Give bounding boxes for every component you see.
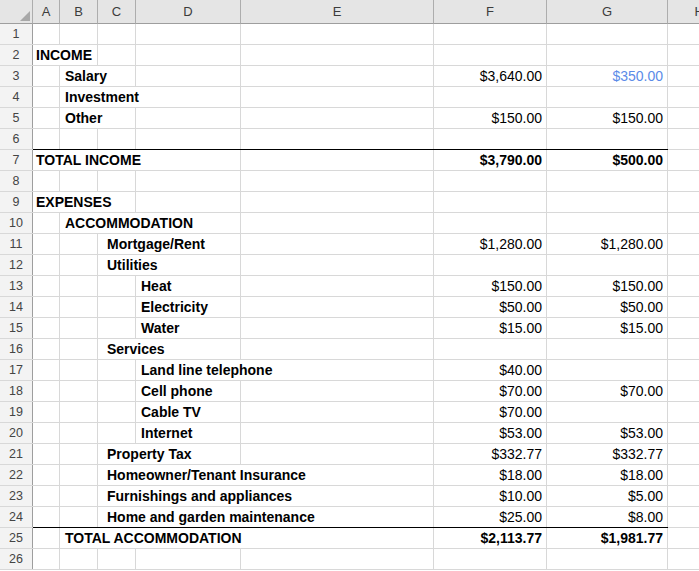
row-header-11[interactable]: 11 [0, 234, 33, 254]
cell-A25[interactable] [33, 528, 60, 548]
cell-F20[interactable]: $53.00 [434, 423, 547, 443]
cell-D5[interactable] [136, 108, 241, 128]
cell-F2[interactable] [434, 45, 547, 65]
cell-H25[interactable] [668, 528, 699, 548]
cell-B8[interactable] [60, 171, 98, 191]
cell-D2[interactable] [136, 45, 241, 65]
cell-F23[interactable]: $10.00 [434, 486, 547, 506]
row-header-6[interactable]: 6 [0, 129, 33, 149]
cell-H20[interactable] [668, 423, 699, 443]
cell-H22[interactable] [668, 465, 699, 485]
row-header-2[interactable]: 2 [0, 45, 33, 65]
cell-B22[interactable] [60, 465, 98, 485]
cell-B25[interactable]: TOTAL ACCOMMODATION [60, 528, 98, 548]
cell-H23[interactable] [668, 486, 699, 506]
cell-B14[interactable] [60, 297, 98, 317]
cell-C15[interactable] [98, 318, 136, 338]
cell-C12[interactable]: Utilities [98, 255, 136, 275]
cell-A17[interactable] [33, 360, 60, 380]
cell-D3[interactable] [136, 66, 241, 86]
cell-E16[interactable] [241, 339, 434, 359]
cell-F15[interactable]: $15.00 [434, 318, 547, 338]
cell-H11[interactable] [668, 234, 699, 254]
cell-B24[interactable] [60, 507, 98, 527]
cell-G18[interactable]: $70.00 [547, 381, 668, 401]
cell-H3[interactable] [668, 66, 699, 86]
cell-F26[interactable] [434, 549, 547, 569]
column-header-A[interactable]: A [33, 0, 60, 24]
cell-C26[interactable] [98, 549, 136, 569]
cell-G10[interactable] [547, 213, 668, 233]
cell-E10[interactable] [241, 213, 434, 233]
cell-F22[interactable]: $18.00 [434, 465, 547, 485]
cell-A8[interactable] [33, 171, 60, 191]
cell-F8[interactable] [434, 171, 547, 191]
row-header-13[interactable]: 13 [0, 276, 33, 296]
cell-B3[interactable]: Salary [60, 66, 98, 86]
cell-F17[interactable]: $40.00 [434, 360, 547, 380]
cell-B15[interactable] [60, 318, 98, 338]
row-header-15[interactable]: 15 [0, 318, 33, 338]
cell-A14[interactable] [33, 297, 60, 317]
row-header-16[interactable]: 16 [0, 339, 33, 359]
cell-D26[interactable] [136, 549, 241, 569]
row-header-9[interactable]: 9 [0, 192, 33, 212]
cell-G22[interactable]: $18.00 [547, 465, 668, 485]
cell-C1[interactable] [98, 24, 136, 44]
cell-G21[interactable]: $332.77 [547, 444, 668, 464]
cell-D8[interactable] [136, 171, 241, 191]
cell-A21[interactable] [33, 444, 60, 464]
cell-A16[interactable] [33, 339, 60, 359]
cell-A18[interactable] [33, 381, 60, 401]
cell-A26[interactable] [33, 549, 60, 569]
cell-G5[interactable]: $150.00 [547, 108, 668, 128]
cell-G8[interactable] [547, 171, 668, 191]
cell-H18[interactable] [668, 381, 699, 401]
row-header-20[interactable]: 20 [0, 423, 33, 443]
cell-E15[interactable] [241, 318, 434, 338]
cell-B11[interactable] [60, 234, 98, 254]
cell-G13[interactable]: $150.00 [547, 276, 668, 296]
cell-E1[interactable] [241, 24, 434, 44]
cell-G20[interactable]: $53.00 [547, 423, 668, 443]
cell-B16[interactable] [60, 339, 98, 359]
cell-G15[interactable]: $15.00 [547, 318, 668, 338]
column-header-D[interactable]: D [136, 0, 241, 24]
cell-C6[interactable] [98, 129, 136, 149]
cell-A6[interactable] [33, 129, 60, 149]
cell-F1[interactable] [434, 24, 547, 44]
cell-G25[interactable]: $1,981.77 [547, 528, 668, 548]
cell-B18[interactable] [60, 381, 98, 401]
cell-G6[interactable] [547, 129, 668, 149]
cell-G12[interactable] [547, 255, 668, 275]
cell-A1[interactable] [33, 24, 60, 44]
row-header-21[interactable]: 21 [0, 444, 33, 464]
cell-A20[interactable] [33, 423, 60, 443]
cell-B10[interactable]: ACCOMMODATION [60, 213, 98, 233]
row-header-3[interactable]: 3 [0, 66, 33, 86]
cell-B1[interactable] [60, 24, 98, 44]
cell-E20[interactable] [241, 423, 434, 443]
cell-H13[interactable] [668, 276, 699, 296]
cell-C20[interactable] [98, 423, 136, 443]
cell-F5[interactable]: $150.00 [434, 108, 547, 128]
cell-B13[interactable] [60, 276, 98, 296]
cell-A23[interactable] [33, 486, 60, 506]
cell-D14[interactable]: Electricity [136, 297, 241, 317]
cell-E25[interactable] [241, 528, 434, 548]
cell-B23[interactable] [60, 486, 98, 506]
cell-B5[interactable]: Other [60, 108, 98, 128]
cell-A12[interactable] [33, 255, 60, 275]
cell-E3[interactable] [241, 66, 434, 86]
cell-G11[interactable]: $1,280.00 [547, 234, 668, 254]
row-header-12[interactable]: 12 [0, 255, 33, 275]
cell-E18[interactable] [241, 381, 434, 401]
cell-D13[interactable]: Heat [136, 276, 241, 296]
cell-G26[interactable] [547, 549, 668, 569]
cell-C8[interactable] [98, 171, 136, 191]
cell-F18[interactable]: $70.00 [434, 381, 547, 401]
cell-B4[interactable]: Investment [60, 87, 98, 107]
cell-F24[interactable]: $25.00 [434, 507, 547, 527]
column-header-F[interactable]: F [434, 0, 547, 24]
cell-A11[interactable] [33, 234, 60, 254]
